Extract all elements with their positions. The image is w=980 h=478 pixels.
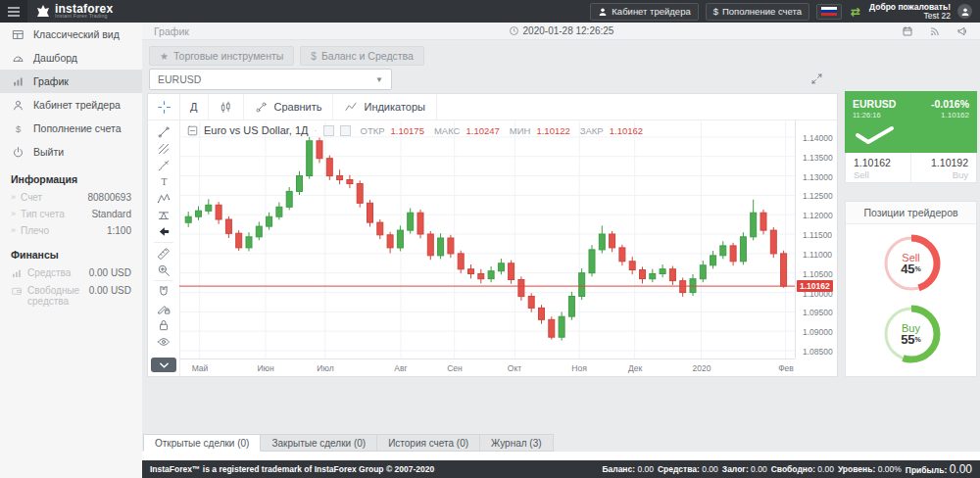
copyright-text: InstaForex™ is a registered trademark of… [150, 464, 434, 474]
deposit-button[interactable]: $ Пополнение счета [706, 3, 809, 21]
zoom-in-icon [157, 263, 171, 277]
info-value: 80800693 [88, 192, 132, 203]
quote-card[interactable]: EURUSD -0.016% 11:26:16 1.10162 [845, 91, 977, 153]
balance-funds-button[interactable]: $ Баланс и Средства [300, 46, 424, 66]
info-label: Плечо [21, 225, 49, 236]
buy-gauge-percent: 55 [901, 332, 914, 347]
tool-lock-icon[interactable] [148, 316, 179, 333]
chart-mini-icon [11, 267, 23, 279]
logo-subtitle: Instant Forex Trading [55, 14, 113, 19]
tool-zoom-in-icon[interactable] [148, 262, 179, 278]
tool-cursor-arrow-icon[interactable] [148, 223, 179, 240]
price-tick: 1.11000 [803, 250, 832, 260]
sidebar-item-график[interactable]: График [0, 70, 142, 93]
symbol-select[interactable]: EURUSD ▼ [149, 69, 392, 90]
sidebar-item-label: Дашборд [33, 52, 77, 64]
right-panel: EURUSD -0.016% 11:26:16 1.10162 1.10162 … [845, 91, 977, 183]
sidebar-item-классический-вид[interactable]: Классический вид [0, 23, 142, 46]
tool-brush-icon[interactable] [148, 157, 179, 173]
price-tick: 1.09500 [803, 308, 833, 317]
price-tick: 1.12000 [803, 211, 833, 220]
tool-text-icon[interactable]: T [148, 173, 179, 190]
compare-button[interactable]: Сравнить [244, 94, 333, 120]
fullscreen-button[interactable] [807, 69, 826, 88]
chart-plot-area[interactable]: Euro vs US Dollar, 1Д · ОТКР 1.10175 МАК… [179, 120, 795, 358]
minus-square-icon[interactable] [187, 125, 198, 136]
chart-legend: Euro vs US Dollar, 1Д · ОТКР 1.10175 МАК… [187, 124, 643, 136]
candlestick-icon [220, 101, 232, 114]
interval-button[interactable]: Д [179, 94, 209, 120]
legend-settings-icon[interactable] [340, 125, 351, 136]
tool-crosshair-icon[interactable] [148, 94, 179, 120]
exchange-arrows-icon[interactable]: ⇄ [849, 5, 862, 19]
tab-закрытые-сделки-0-[interactable]: Закрытые сделки (0) [261, 434, 377, 452]
chart-legend-title: Euro vs US Dollar, 1Д [204, 124, 309, 136]
tab-журнал-3-[interactable]: Журнал (3) [480, 434, 554, 452]
tool-magnet-icon[interactable] [148, 283, 179, 300]
footer-stat: Свободно: 0.00 [771, 464, 834, 474]
trendline-icon [157, 125, 171, 139]
menu-toggle-button[interactable] [0, 0, 27, 23]
tool-forecast-icon[interactable] [148, 207, 179, 223]
sidebar-item-дашборд[interactable]: Дашборд [0, 46, 142, 70]
tab-открытые-сделки-0-[interactable]: Открытые сделки (0) [143, 434, 261, 452]
topbar: instaforex Instant Forex Trading Кабинет… [0, 0, 980, 23]
tool-fib-gann-icon[interactable] [148, 140, 179, 157]
footer-stat: Залог: 0.00 [722, 464, 767, 474]
collapse-tools-button[interactable] [151, 358, 176, 372]
russian-flag-icon [821, 7, 837, 17]
chart-style-button[interactable] [209, 94, 244, 120]
info-label: Свободные средства [27, 285, 81, 307]
open-value: 1.10175 [391, 125, 424, 136]
language-selector[interactable] [816, 4, 842, 20]
sidebar-item-выйти[interactable]: Выйти [0, 140, 142, 164]
tool-eye-icon[interactable] [148, 333, 179, 350]
time-axis[interactable]: МайИюнИюлАвгСенОктНояДек2020Фев [179, 358, 795, 378]
sell-gauge: Sell 45% [880, 232, 943, 295]
user-avatar[interactable] [957, 4, 972, 19]
svg-text:$: $ [15, 123, 21, 133]
indicators-button[interactable]: Индикаторы [333, 94, 437, 120]
legend-settings-icon[interactable] [323, 125, 334, 136]
trading-instruments-label: Торговые инструменты [173, 50, 283, 62]
buy-button[interactable]: 1.10192 Buy [910, 153, 976, 182]
chart-icon [11, 75, 24, 88]
expand-icon [810, 72, 823, 85]
sidebar-section-finance: Финансы [0, 239, 142, 264]
sidebar-item-label: График [33, 75, 69, 87]
time-tick: 2020 [693, 363, 711, 373]
sidebar-info-row: Средства 0.00 USD [0, 264, 142, 282]
cursor-arrow-icon [158, 225, 171, 238]
trader-cabinet-button[interactable]: Кабинет трейдера [590, 3, 698, 21]
sell-button[interactable]: 1.10162 Sell [846, 153, 910, 182]
instaforex-logo[interactable]: instaforex Instant Forex Trading [36, 4, 113, 19]
time-tick: Сен [447, 363, 463, 373]
chevrons-icon: » [11, 192, 16, 202]
price-axis[interactable]: 1.140001.135001.130001.125001.120001.115… [795, 120, 840, 358]
tool-trendline-icon[interactable] [148, 123, 179, 140]
buy-price: 1.10192 [919, 157, 968, 168]
tab-история-счета-0-[interactable]: История счета (0) [377, 434, 480, 452]
tool-pattern-icon[interactable] [148, 190, 179, 207]
close-label: ЗАКР [580, 125, 604, 136]
username: Test 22 [869, 12, 951, 21]
sell-buy-row: 1.10162 Sell 1.10192 Buy [845, 153, 977, 183]
time-tick: Июн [257, 363, 273, 373]
dashboard-icon [11, 52, 24, 65]
sidebar-info-row: »Тип счета Standard [0, 206, 142, 222]
trading-instruments-button[interactable]: ★ Торговые инструменты [149, 46, 294, 66]
trader-cabinet-label: Кабинет трейдера [612, 6, 690, 17]
chevron-down-icon: ▼ [375, 75, 383, 84]
close-value: 1.10162 [610, 125, 643, 136]
info-value: Standard [91, 209, 131, 219]
tool-ruler-icon[interactable] [148, 245, 179, 262]
sidebar-item-пополнение-счета[interactable]: $Пополнение счета [0, 117, 142, 140]
dollar-icon: $ [11, 122, 24, 135]
calendar-icon[interactable] [902, 25, 913, 37]
rss-icon[interactable] [929, 25, 941, 37]
sidebar-item-кабинет-трейдера[interactable]: Кабинет трейдера [0, 93, 142, 117]
megaphone-icon[interactable] [956, 25, 968, 37]
welcome-block: Добро пожаловать! Test 22 [869, 3, 951, 21]
price-tick: 1.12500 [803, 191, 833, 201]
tool-drawing-lock-icon[interactable] [148, 300, 179, 316]
